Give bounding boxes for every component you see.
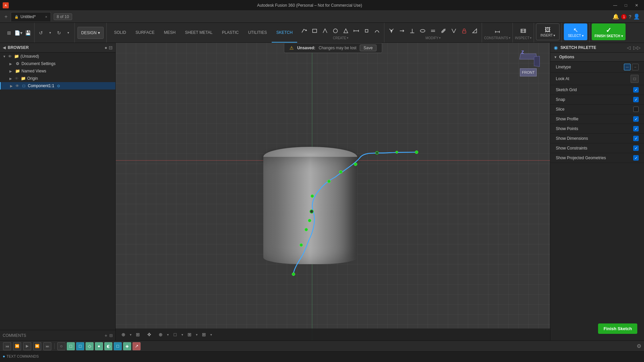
look-at-button[interactable]: □ [631,75,639,83]
line-segment-tool[interactable] [351,26,361,36]
comments-expand-icon[interactable]: ⊟ [109,333,113,338]
dim-line-tool[interactable] [492,26,502,36]
viewport-settings-dropdown[interactable]: ▾ [210,333,212,337]
cube-front-face[interactable]: FRONT [520,68,537,76]
display-dropdown[interactable]: ▾ [181,333,183,337]
snap-checkbox[interactable] [633,97,639,102]
timeline-start-button[interactable]: ⏮ [3,342,11,350]
history-tool-3[interactable]: □ [76,342,84,350]
orbit-button[interactable]: ⊞ [133,329,143,340]
history-tool-7[interactable]: □ [114,342,122,350]
snap-dropdown[interactable]: ▾ [130,333,131,337]
hatch-tool[interactable] [438,26,448,36]
sketch-tool-3[interactable] [320,26,330,36]
file-menu-button[interactable]: 📄▾ [14,28,23,37]
browser-expand-icon[interactable]: ⊟ [109,45,113,50]
perpendicular-tool[interactable] [407,26,417,36]
show-points-checkbox[interactable] [633,126,639,131]
history-tool-1[interactable]: ○ [57,342,65,350]
cube-side-face[interactable] [534,56,540,67]
notification-icon[interactable]: 🔔 [612,13,619,20]
timeline-settings-icon[interactable]: ⚙ [637,343,641,349]
options-section-header[interactable]: ▼ Options [550,53,644,62]
tab-sketch[interactable]: SKETCH [272,23,298,43]
undo-dropdown[interactable]: ▾ [46,28,54,37]
viewport[interactable]: ⚠ Unsaved: Changes may be lost Save [116,43,550,341]
history-tool-9[interactable]: ↗ [132,342,141,350]
show-profile-checkbox[interactable] [633,116,639,122]
show-dimensions-checkbox[interactable] [633,136,639,141]
design-button[interactable]: DESIGN ▾ [77,27,104,39]
visibility-icon[interactable]: 👁 [15,84,19,88]
account-icon[interactable]: 👤 [633,13,640,20]
save-button[interactable]: 💾 [23,28,32,37]
history-tool-2[interactable]: □ [67,342,75,350]
grid-dropdown[interactable]: ▾ [196,333,198,337]
triangle-corner-tool[interactable] [470,26,480,36]
redo-button[interactable]: ↻ [55,28,63,37]
trim-tool[interactable] [386,26,396,36]
slice-checkbox[interactable] [633,107,639,112]
rectangle-tool[interactable] [310,26,320,36]
view-cube[interactable]: Z FRONT [513,50,540,76]
help-icon[interactable]: ? [629,14,631,19]
inspect-tool[interactable] [518,26,528,36]
finish-sketch-palette-button[interactable]: Finish Sketch [598,323,637,334]
linetype-dashed[interactable]: -- [632,64,639,70]
tab-solid[interactable]: SOLID [109,23,131,43]
palette-collapse-icon[interactable]: ◁ [627,45,631,50]
tree-item-component[interactable]: ▶ 👁 □ Component1:1 ⊙ [0,82,115,89]
tab-sheet-metal[interactable]: SHEET METAL [180,23,217,43]
maximize-button[interactable]: □ [621,2,631,9]
grid-button[interactable]: ⊞ [184,329,195,340]
palette-expand-icon[interactable]: ▷▷ [633,45,641,50]
browser-collapse-icon[interactable]: ◀ [3,45,6,50]
viewport-settings-button[interactable]: ⊞ [199,329,209,340]
browser-settings-icon[interactable]: ● [105,45,107,50]
timeline-play-button[interactable]: ▶ [23,342,31,350]
timeline-next-button[interactable]: ⏩ [33,342,41,350]
show-constraints-checkbox[interactable] [633,145,639,151]
undo-button[interactable]: ↺ [37,28,45,37]
timeline-end-button[interactable]: ⏭ [43,342,51,350]
ellipse-tool[interactable] [418,26,428,36]
display-mode-button[interactable]: □ [170,329,180,340]
circle-tool[interactable] [330,26,340,36]
close-button[interactable]: ✕ [632,2,641,9]
file-tab[interactable]: 🔒 Untitled* × [11,12,51,21]
zoom-fit-button[interactable]: ⊕ [156,329,166,340]
visibility-icon[interactable]: 👁 [8,54,12,58]
tree-item-named-views[interactable]: ▶ 📁 Named Views [0,67,115,75]
history-tool-6[interactable]: ◐ [104,342,112,350]
pan-button[interactable]: ✥ [144,329,154,340]
extend-tool[interactable] [397,26,407,36]
angle-tool[interactable] [449,26,459,36]
save-button[interactable]: Save [360,45,376,51]
tree-item-unsaved[interactable]: ▼ 👁 📁 (Unsaved) [0,53,115,60]
equal-tool[interactable] [428,26,438,36]
timeline-prev-button[interactable]: ⏪ [13,342,21,350]
redo-dropdown[interactable]: ▾ [64,28,72,37]
square-tool[interactable] [362,26,372,36]
visibility-icon[interactable]: 👁 [15,76,18,80]
tab-plastic[interactable]: PLASTIC [217,23,244,43]
new-tab-button[interactable]: + [1,12,11,21]
tab-surface[interactable]: SURFACE [131,23,159,43]
linetype-solid[interactable]: — [624,64,631,70]
grid-menu-button[interactable]: ⊞ [5,28,13,37]
add-comment-button[interactable]: + [105,333,107,338]
tree-item-doc-settings[interactable]: ▶ ⚙ Document Settings [0,60,115,67]
tab-close-icon[interactable]: × [45,15,47,19]
lock-tool[interactable] [459,26,469,36]
snap-settings-button[interactable]: ⊕ [118,329,128,340]
finish-sketch-button[interactable]: ✓ FINISH SKETCH ▾ [592,23,625,40]
tab-utilities[interactable]: UTILITIES [244,23,272,43]
history-tool-4[interactable]: ◇ [86,342,94,350]
arc-tool[interactable] [372,26,382,36]
sketch-grid-checkbox[interactable] [633,87,639,93]
tree-item-origin[interactable]: ▶ 👁 📁 Origin [0,75,115,82]
show-projected-geometries-checkbox[interactable] [633,155,639,161]
history-tool-8[interactable]: ◈ [123,342,131,350]
select-button[interactable]: ↖ SELECT ▾ [564,23,587,40]
insert-button[interactable]: 🖼 INSERT ▾ [536,23,559,40]
